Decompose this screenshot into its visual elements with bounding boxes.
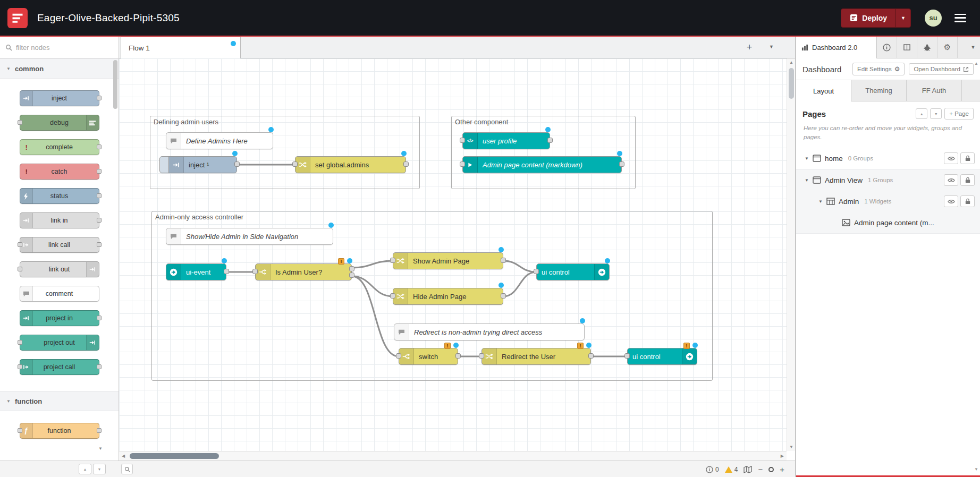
input-port[interactable] <box>479 353 484 359</box>
zoom-out-button[interactable]: − <box>758 465 763 473</box>
output-port[interactable] <box>619 161 624 167</box>
flow-tab[interactable]: Flow 1 <box>121 37 241 58</box>
palette-node-complete[interactable]: ! complete <box>20 139 99 155</box>
palette-scroll-down-button[interactable]: ▼ <box>94 446 107 455</box>
lock-button[interactable] <box>960 152 975 164</box>
node-ui-template-admin-page-content[interactable]: Admin page content (markdown) <box>462 156 622 173</box>
info-count[interactable]: 0 <box>706 466 719 473</box>
palette-collapse-all-button[interactable]: ▲ <box>79 464 91 474</box>
user-avatar[interactable]: su <box>925 10 942 27</box>
input-port[interactable] <box>460 161 465 167</box>
tree-row-admin-page-content-widget[interactable]: Admin page content (m... <box>796 212 980 233</box>
group-other-component[interactable]: Other component <box>451 116 636 189</box>
tree-row-home[interactable]: ▼ home 0 Groups <box>796 148 980 169</box>
lock-button[interactable] <box>960 195 975 207</box>
output-port[interactable] <box>234 161 240 167</box>
edit-settings-button[interactable]: Edit Settings ⚙ <box>852 63 905 75</box>
main-menu-button[interactable] <box>954 14 966 22</box>
scroll-down-button[interactable]: ▼ <box>787 445 796 449</box>
sidebar-tab-list-button[interactable]: ▼ <box>966 37 980 58</box>
move-down-button[interactable]: ▼ <box>930 108 942 119</box>
canvas-horizontal-scrollbar[interactable]: ◀ ▶ <box>119 451 787 461</box>
scroll-right-button[interactable]: ▶ <box>781 454 784 458</box>
output-port-2[interactable] <box>349 272 354 278</box>
node-comment-redirect-non-admin[interactable]: Redirect is non-admin trying direct acce… <box>394 323 585 340</box>
sidebar-scroll-down[interactable]: ▼ <box>974 467 978 472</box>
palette-scrollbar[interactable] <box>113 60 118 109</box>
node-switch-is-admin-user[interactable]: Is Admin User? ! <box>255 263 352 280</box>
node-inject[interactable]: inject ¹ <box>159 156 237 173</box>
output-port[interactable] <box>455 353 461 359</box>
zoom-reset-button[interactable] <box>768 467 774 472</box>
input-port[interactable] <box>390 258 395 263</box>
flow-canvas[interactable]: Defining admin users Other component Adm… <box>119 58 787 451</box>
node-ui-control-1[interactable]: ui control <box>536 263 610 280</box>
output-port[interactable] <box>403 161 409 167</box>
chevron-down-icon[interactable]: ▼ <box>805 156 809 161</box>
chevron-down-icon[interactable]: ▼ <box>805 178 809 183</box>
tree-row-admin-group[interactable]: ▼ Admin 1 Widgets <box>796 191 980 212</box>
canvas-vertical-scrollbar[interactable]: ▲ ▼ <box>787 58 795 451</box>
input-port[interactable] <box>624 353 630 359</box>
input-port[interactable] <box>460 138 465 143</box>
inject-button[interactable] <box>160 157 169 173</box>
visibility-button[interactable] <box>944 174 958 186</box>
output-port[interactable] <box>224 269 229 274</box>
tab-theming[interactable]: Theming <box>851 80 907 101</box>
node-comment-define-admins[interactable]: Define Admins Here <box>166 132 273 149</box>
palette-search-input[interactable] <box>16 44 96 52</box>
palette-node-catch[interactable]: ! catch <box>20 164 99 180</box>
palette-node-link-out[interactable]: link out <box>20 261 99 277</box>
input-port[interactable] <box>390 293 395 299</box>
deploy-options-caret[interactable]: ▼ <box>895 9 910 27</box>
palette-category-common[interactable]: ▼ common <box>0 58 119 79</box>
sidebar-scroll-up[interactable]: ▲ <box>974 61 978 66</box>
node-ui-control-2[interactable]: ui control ! <box>627 348 697 365</box>
tree-row-admin-view[interactable]: ▼ Admin View 1 Groups <box>796 169 980 191</box>
node-change-set-global-admins[interactable]: set global.admins <box>295 156 406 173</box>
palette-node-debug[interactable]: debug <box>20 115 99 131</box>
warning-count[interactable]: 4 <box>725 466 738 473</box>
node-change-hide-admin-page[interactable]: Hide Admin Page <box>393 288 503 305</box>
node-change-show-admin-page[interactable]: Show Admin Page <box>393 252 503 269</box>
sidebar-tab-debug[interactable] <box>917 37 937 58</box>
palette-node-function[interactable]: f function <box>20 423 99 439</box>
open-dashboard-button[interactable]: Open Dashboard <box>909 63 974 75</box>
palette-node-link-in[interactable]: link in <box>20 212 99 228</box>
output-port[interactable] <box>501 293 506 299</box>
output-port[interactable] <box>501 258 506 263</box>
node-ui-template-user-profile[interactable]: </> user profile <box>462 132 550 149</box>
palette-node-inject[interactable]: inject <box>20 90 99 106</box>
scrollbar-thumb[interactable] <box>789 68 794 99</box>
node-switch-2[interactable]: switch ! <box>399 348 458 365</box>
navigator-icon[interactable] <box>744 466 752 473</box>
palette-node-status[interactable]: status <box>20 188 99 204</box>
sidebar-tab-dashboard[interactable]: Dashboard 2.0 <box>796 37 877 58</box>
flow-list-button[interactable]: ▼ <box>769 44 774 49</box>
palette-node-link-call[interactable]: link call <box>20 237 99 253</box>
move-up-button[interactable]: ▲ <box>916 108 927 119</box>
add-flow-button[interactable]: + <box>743 41 756 54</box>
sidebar-tab-info[interactable] <box>877 37 897 58</box>
deploy-button[interactable]: Deploy ▼ <box>841 8 911 28</box>
group-defining-admin-users[interactable]: Defining admin users <box>150 116 420 189</box>
input-port[interactable] <box>396 353 401 359</box>
palette-expand-all-button[interactable]: ▼ <box>93 464 106 474</box>
lock-button[interactable] <box>960 174 975 186</box>
canvas-search-button[interactable] <box>121 464 133 474</box>
output-port[interactable] <box>547 138 553 143</box>
input-port[interactable] <box>534 269 539 274</box>
chevron-down-icon[interactable]: ▼ <box>818 199 823 204</box>
tab-ff-auth[interactable]: FF Auth <box>907 80 962 101</box>
output-port-1[interactable] <box>349 266 354 271</box>
node-comment-show-hide-admin[interactable]: Show/Hide Admin in Side Navigation <box>166 228 333 245</box>
add-page-button[interactable]: + Page <box>944 108 974 120</box>
input-port[interactable] <box>252 269 258 274</box>
palette-node-project-out[interactable]: project out <box>20 335 99 351</box>
input-port[interactable] <box>292 161 298 167</box>
output-port[interactable] <box>588 353 594 359</box>
scroll-up-button[interactable]: ▲ <box>787 60 796 65</box>
palette-search[interactable] <box>0 37 119 58</box>
scroll-left-button[interactable]: ◀ <box>122 454 125 458</box>
palette-node-project-in[interactable]: project in <box>20 310 99 326</box>
